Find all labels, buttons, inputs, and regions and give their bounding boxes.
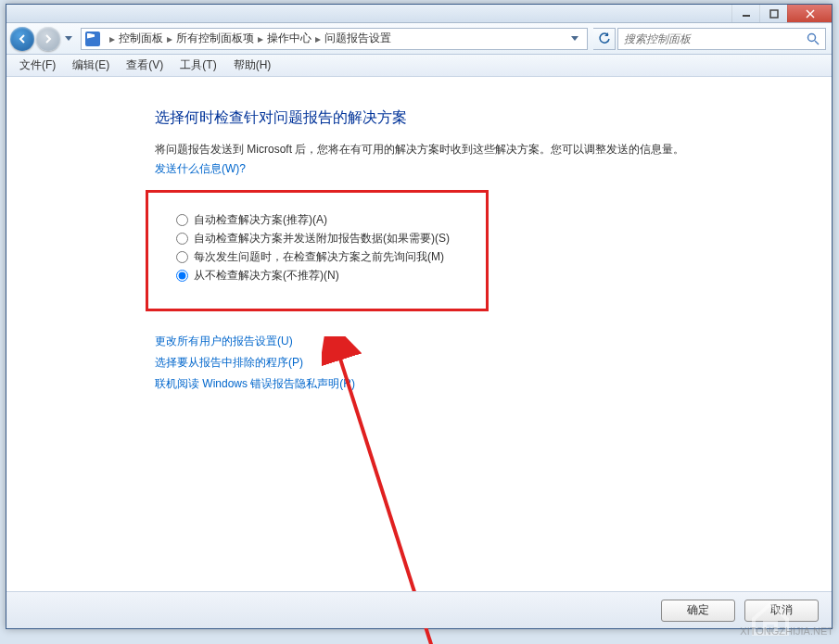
additional-links: 更改所有用户的报告设置(U) 选择要从报告中排除的程序(P) 联机阅读 Wind… [155,334,813,392]
breadcrumb-sep: ▸ [167,32,172,45]
minimize-button[interactable] [731,5,759,22]
exclude-programs-link[interactable]: 选择要从报告中排除的程序(P) [155,355,813,371]
what-info-link[interactable]: 发送什么信息(W)? [155,161,813,177]
breadcrumb-item[interactable]: 操作中心 [267,31,311,46]
radio-input[interactable] [176,270,188,282]
arrow-right-icon [43,33,54,44]
control-panel-window: ▸ 控制面板 ▸ 所有控制面板项 ▸ 操作中心 ▸ 问题报告设置 文件(F) 编… [6,4,833,629]
radio-label: 自动检查解决方案(推荐)(A) [194,212,327,228]
breadcrumb-sep: ▸ [258,32,263,45]
radio-label: 从不检查解决方案(不推荐)(N) [194,268,339,284]
menu-bar: 文件(F) 编辑(E) 查看(V) 工具(T) 帮助(H) [6,55,832,77]
arrow-left-icon [17,33,28,44]
radio-input[interactable] [176,214,188,226]
menu-edit[interactable]: 编辑(E) [65,56,117,75]
cancel-button[interactable]: 取消 [744,600,819,622]
breadcrumb-item[interactable]: 控制面板 [119,31,163,46]
nav-history-dropdown[interactable] [62,36,75,42]
dialog-footer: 确定 取消 [6,591,832,628]
refresh-icon [598,32,611,45]
change-all-users-link[interactable]: 更改所有用户的报告设置(U) [155,334,813,349]
radio-option-auto[interactable]: 自动检查解决方案(推荐)(A) [176,212,467,228]
search-box[interactable] [617,28,826,50]
address-bar[interactable]: ▸ 控制面板 ▸ 所有控制面板项 ▸ 操作中心 ▸ 问题报告设置 [81,28,588,50]
radio-option-auto-extra[interactable]: 自动检查解决方案并发送附加报告数据(如果需要)(S) [176,231,467,246]
address-dropdown[interactable] [566,30,583,48]
page-heading: 选择何时检查针对问题报告的解决方案 [155,108,813,128]
search-icon [807,32,820,45]
chevron-down-icon [571,36,578,42]
privacy-statement-link[interactable]: 联机阅读 Windows 错误报告隐私声明(R) [155,376,813,392]
ok-button[interactable]: 确定 [661,600,735,622]
breadcrumb-item[interactable]: 所有控制面板项 [176,31,254,46]
highlighted-options-box: 自动检查解决方案(推荐)(A) 自动检查解决方案并发送附加报告数据(如果需要)(… [146,190,489,311]
radio-option-never[interactable]: 从不检查解决方案(不推荐)(N) [176,268,467,284]
back-button[interactable] [10,27,34,51]
menu-help[interactable]: 帮助(H) [226,56,279,75]
breadcrumb-item[interactable]: 问题报告设置 [324,31,391,46]
menu-file[interactable]: 文件(F) [12,56,63,75]
close-icon [806,9,815,19]
radio-input[interactable] [176,251,188,263]
close-button[interactable] [787,5,832,22]
forward-button[interactable] [36,27,60,51]
chevron-down-icon [65,36,72,42]
menu-tools[interactable]: 工具(T) [172,56,223,75]
radio-input[interactable] [176,233,188,245]
svg-line-5 [815,41,819,44]
menu-view[interactable]: 查看(V) [119,56,171,75]
search-input[interactable] [624,32,807,45]
refresh-button[interactable] [593,28,616,50]
svg-point-4 [808,33,816,41]
maximize-icon [769,9,779,19]
maximize-button[interactable] [759,5,787,22]
breadcrumb-sep: ▸ [315,32,321,45]
radio-label: 每次发生问题时，在检查解决方案之前先询问我(M) [194,249,444,265]
breadcrumb-sep: ▸ [109,32,115,45]
window-titlebar [6,5,832,23]
page-description: 将问题报告发送到 Microsoft 后，您将在有可用的解决方案时收到这些解决方… [155,141,813,158]
svg-rect-1 [770,10,778,18]
navigation-bar: ▸ 控制面板 ▸ 所有控制面板项 ▸ 操作中心 ▸ 问题报告设置 [6,23,832,55]
radio-label: 自动检查解决方案并发送附加报告数据(如果需要)(S) [194,231,450,246]
control-panel-icon [85,32,100,46]
page-content: 选择何时检查针对问题报告的解决方案 将问题报告发送到 Microsoft 后，您… [6,77,832,591]
minimize-icon [742,9,751,19]
radio-option-ask[interactable]: 每次发生问题时，在检查解决方案之前先询问我(M) [176,249,467,265]
